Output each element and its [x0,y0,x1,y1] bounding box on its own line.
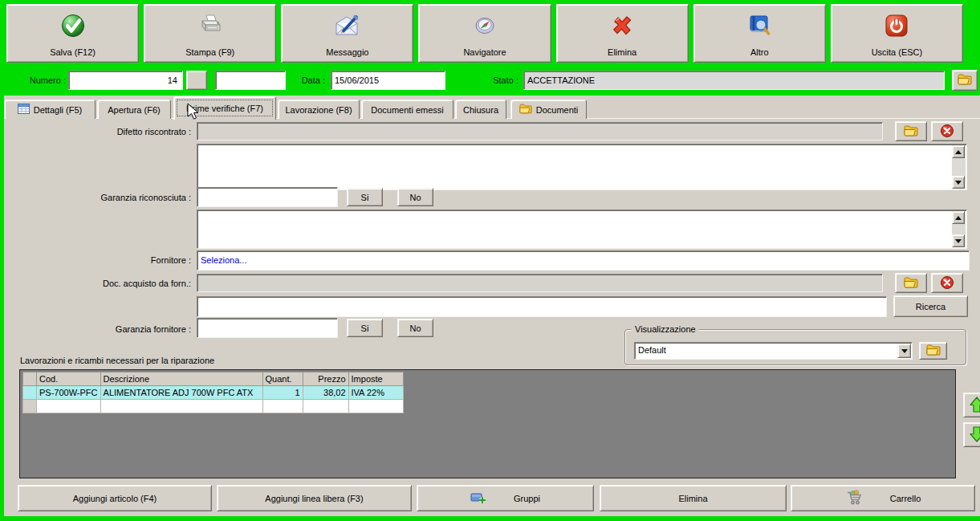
scroll-down-button[interactable] [952,176,965,189]
garanzia-riconosciuta-textarea[interactable] [197,210,967,249]
cell-quant: 1 [262,386,303,400]
main-toolbar: Salva (F12) Stampa (F9) Messaggio Naviga… [6,4,963,63]
tab-dettagli[interactable]: Dettagli (F5) [4,100,96,119]
scroll-down-icon [955,181,962,185]
folder-icon [926,344,941,357]
doc-acquisto-input[interactable] [197,274,883,292]
garanzia-fornitore-input[interactable] [197,318,338,338]
power-icon [832,10,962,42]
visualizzazione-groupbox: Visualizzazione Default [624,329,966,365]
row-selector [23,400,37,413]
items-grid-panel[interactable]: Cod. Descrizione Quant. Prezzo Imposte P… [19,369,956,478]
table-row[interactable]: PS-700W-PFC ALIMENTATORE ADJ 700W PFC AT… [23,386,404,400]
aggiungi-articolo-button[interactable]: Aggiungi articolo (F4) [18,485,212,511]
stampa-button[interactable]: Stampa (F9) [144,4,276,63]
tab-chiusura[interactable]: Chiusura [455,100,506,119]
numero-aux-input[interactable] [215,71,286,90]
difetto-clear-button[interactable] [931,121,963,141]
printer-icon [144,10,275,42]
tab-documenti[interactable]: Documenti [510,100,587,119]
garanzia-fornitore-si-button[interactable]: Si [347,319,383,337]
col-descrizione: Descrizione [100,372,262,386]
stato-input[interactable] [523,71,945,90]
garanzia-riconosciuta-si-button[interactable]: Si [347,188,383,206]
elimina-button[interactable]: Elimina [556,4,689,63]
visualizzazione-value: Default [638,345,666,355]
ricerca-label: Ricerca [916,302,945,311]
carrello-button[interactable]: Carrello [791,485,975,511]
scroll-up-icon [955,216,962,220]
carrello-label: Carrello [890,494,921,503]
uscita-label: Uscita (ESC) [832,47,962,57]
visualizzazione-folder-button[interactable] [919,342,947,360]
save-check-icon [7,10,138,42]
garanzia-riconosciuta-no-button[interactable]: No [397,188,433,206]
difetto-input[interactable] [197,122,883,140]
salva-button[interactable]: Salva (F12) [6,4,139,63]
fornitore-seleziona-link[interactable]: Seleziona... [201,255,246,265]
doc-acquisto-folder-button[interactable] [895,273,927,293]
stato-folder-button[interactable] [952,70,978,91]
visualizzazione-select[interactable]: Default [634,342,913,360]
scroll-up-icon [955,150,962,154]
navigatore-button[interactable]: Navigatore [418,4,551,63]
aggiungi-linea-libera-button[interactable]: Aggiungi linea libera (F3) [217,485,412,511]
tab-label: Lavorazione (F8) [285,105,352,115]
garanzia-fornitore-label: Garanzia fornitore : [4,324,191,335]
application-window: { "toolbar": { "buttons": [ { "label": "… [0,0,980,521]
ricerca-button[interactable]: Ricerca [893,295,968,317]
gruppi-label: Gruppi [514,494,540,503]
move-row-down-button[interactable] [963,422,980,447]
tab-lavorazione[interactable]: Lavorazione (F8) [278,100,360,119]
fornitore-field[interactable]: Seleziona... [197,250,970,271]
numero-input[interactable] [68,71,183,90]
doc-acquisto-label: Doc. acquisto da forn.: [4,278,191,289]
folder-icon [904,277,918,290]
garanzia-riconosciuta-label: Garanzia riconosciuta : [4,192,191,203]
green-arrow-up-icon [969,396,980,415]
doc-ricerca-input[interactable] [197,296,887,317]
tab-documenti-emessi[interactable]: Documenti emessi [361,100,453,119]
messaggio-label: Messaggio [282,47,413,57]
salva-label: Salva (F12) [7,47,138,57]
book-magnifier-icon [694,10,825,42]
navigatore-label: Navigatore [419,47,550,57]
garanzia-fornitore-no-button[interactable]: No [397,319,433,337]
table-row-empty[interactable] [23,400,404,413]
table-header-row: Cod. Descrizione Quant. Prezzo Imposte [23,372,404,386]
elimina-riga-button[interactable]: Elimina [600,485,787,511]
col-quant: Quant. [262,372,303,386]
garanzia-scrollbar[interactable] [952,211,966,247]
move-row-up-button[interactable] [963,393,980,417]
tab-label: Apertura (F6) [108,105,160,115]
si-label: Si [361,193,369,202]
tab-apertura[interactable]: Apertura (F6) [97,100,171,119]
scroll-down-button[interactable] [952,234,965,247]
difetto-scrollbar[interactable] [952,145,966,189]
tab-label: Documenti [536,105,579,115]
difetto-folder-button[interactable] [895,121,927,141]
garanzia-riconosciuta-input[interactable] [197,187,338,207]
chevron-down-icon[interactable] [897,344,911,358]
main-panel: Dettagli (F5) Apertura (F6) Prime verifi… [4,96,980,516]
cell-cod: PS-700W-PFC [37,386,101,400]
gruppi-button[interactable]: Gruppi [417,485,594,511]
folder-icon [519,104,532,116]
tab-label: Chiusura [463,105,498,115]
altro-button[interactable]: Altro [693,4,826,63]
numero-browse-button[interactable] [186,71,207,90]
stampa-label: Stampa (F9) [144,47,275,57]
data-input[interactable] [331,71,445,90]
doc-acquisto-clear-button[interactable] [931,273,963,293]
messaggio-button[interactable]: Messaggio [281,4,413,63]
compass-icon [419,10,550,42]
grid-section-label: Lavorazioni e ricambi necessari per la r… [20,356,214,365]
scroll-up-button[interactable] [952,145,965,158]
scroll-up-button[interactable] [952,211,965,224]
mouse-cursor [187,103,200,122]
folder-icon [958,74,972,87]
row-selector [23,386,37,400]
red-circle-x-icon [940,124,954,140]
uscita-button[interactable]: Uscita (ESC) [831,4,963,63]
difetto-note-textarea[interactable] [197,144,967,190]
